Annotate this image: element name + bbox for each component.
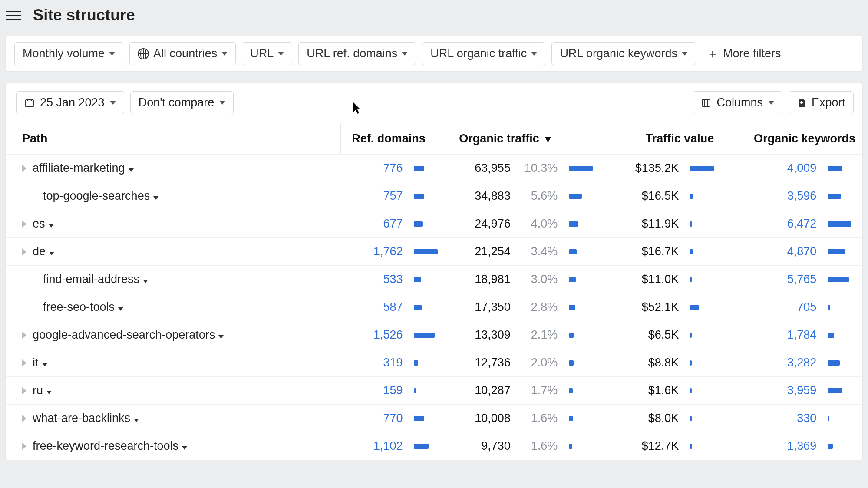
- filter-url-organic-keywords[interactable]: URL organic keywords: [551, 42, 696, 65]
- organic-traffic-pct: 4.0%: [531, 217, 558, 230]
- ref-domains-value[interactable]: 319: [383, 356, 403, 369]
- columns-button[interactable]: Columns: [693, 91, 782, 114]
- organic-keywords-value[interactable]: 4,870: [787, 245, 817, 258]
- chevron-down-icon[interactable]: [134, 419, 139, 422]
- filter-url[interactable]: URL: [242, 42, 292, 65]
- export-button[interactable]: Export: [789, 91, 854, 114]
- expand-toggle[interactable]: [20, 386, 29, 396]
- expand-toggle[interactable]: [20, 219, 29, 229]
- ref-domains-value[interactable]: 1,102: [373, 439, 403, 452]
- menu-icon[interactable]: [6, 9, 21, 21]
- path-cell[interactable]: what-are-backlinks: [6, 405, 341, 432]
- compare-dropdown[interactable]: Don't compare: [130, 91, 234, 114]
- organic-keywords-value[interactable]: 3,959: [787, 384, 817, 397]
- organic-keywords-value[interactable]: 3,596: [787, 189, 817, 202]
- col-path-label: Path: [22, 132, 48, 145]
- organic-traffic-pct: 1.7%: [531, 384, 558, 397]
- ref-domains-value[interactable]: 533: [383, 273, 403, 286]
- chevron-down-icon[interactable]: [218, 335, 224, 339]
- col-path[interactable]: Path: [6, 123, 341, 155]
- ref-domains-value[interactable]: 757: [383, 189, 403, 202]
- col-organic-keywords[interactable]: Organic keywords: [721, 123, 862, 155]
- ref-domains-value[interactable]: 677: [383, 217, 403, 230]
- chevron-down-icon[interactable]: [129, 168, 134, 172]
- chevron-down-icon[interactable]: [153, 196, 158, 200]
- path-label: google-advanced-search-operators: [33, 328, 215, 341]
- path-cell[interactable]: top-google-searches: [6, 182, 341, 210]
- chevron-down-icon[interactable]: [143, 280, 148, 283]
- ref-domains-value[interactable]: 587: [383, 300, 403, 313]
- traffic-value: $16.7K: [642, 245, 679, 258]
- ref-domains-value[interactable]: 770: [383, 412, 403, 425]
- path-label: free-seo-tools: [43, 300, 115, 313]
- date-picker[interactable]: 25 Jan 2023: [16, 91, 124, 114]
- traffic-value-bar: [690, 305, 699, 310]
- filter-countries[interactable]: All countries: [129, 42, 236, 65]
- path-cell[interactable]: ru: [6, 377, 341, 405]
- expand-toggle[interactable]: [20, 164, 29, 173]
- organic-traffic-pct: 1.6%: [531, 412, 558, 425]
- expand-toggle[interactable]: [20, 330, 29, 340]
- globe-icon: [138, 48, 149, 59]
- organic-keywords-value[interactable]: 6,472: [787, 217, 817, 230]
- chevron-down-icon[interactable]: [182, 446, 187, 450]
- chevron-down-icon[interactable]: [49, 224, 54, 228]
- path-label: ru: [33, 384, 43, 397]
- traffic-value: $1.6K: [648, 384, 679, 397]
- expand-toggle[interactable]: [20, 442, 29, 451]
- path-cell[interactable]: free-keyword-research-tools: [6, 432, 341, 460]
- expand-toggle[interactable]: [20, 358, 29, 368]
- col-ref-domains[interactable]: Ref. domains: [341, 123, 449, 155]
- organic-traffic-bar: [569, 194, 582, 199]
- path-cell[interactable]: free-seo-tools: [6, 293, 341, 321]
- chevron-right-icon: [22, 387, 26, 394]
- filter-monthly-volume[interactable]: Monthly volume: [14, 42, 123, 65]
- chevron-down-icon[interactable]: [49, 252, 54, 255]
- col-traffic-value[interactable]: Traffic value: [600, 123, 721, 155]
- path-cell[interactable]: it: [6, 349, 341, 377]
- ref-domains-value[interactable]: 1,762: [373, 245, 403, 258]
- organic-keywords-value[interactable]: 4,009: [787, 162, 817, 175]
- ref-domains-value[interactable]: 159: [383, 384, 403, 397]
- svg-rect-0: [26, 100, 33, 107]
- path-cell[interactable]: google-advanced-search-operators: [6, 321, 341, 349]
- organic-keywords-bar: [828, 166, 842, 171]
- ref-domains-bar: [414, 277, 421, 282]
- organic-keywords-bar: [828, 221, 851, 227]
- organic-traffic-value: 24,976: [475, 217, 511, 230]
- chevron-down-icon[interactable]: [118, 307, 123, 311]
- ref-domains-value[interactable]: 1,526: [373, 328, 403, 341]
- chevron-down-icon: [682, 52, 688, 56]
- organic-keywords-value[interactable]: 1,784: [787, 328, 817, 341]
- filter-url-ref-domains[interactable]: URL ref. domains: [298, 42, 416, 65]
- filter-url-organic-traffic[interactable]: URL organic traffic: [422, 42, 545, 65]
- col-organic-traffic[interactable]: Organic traffic: [449, 123, 600, 155]
- ref-domains-value[interactable]: 776: [383, 162, 403, 175]
- calendar-icon: [24, 98, 35, 108]
- organic-traffic-bar: [569, 221, 578, 227]
- filter-monthly-volume-label: Monthly volume: [23, 47, 105, 60]
- organic-traffic-bar: [569, 444, 572, 449]
- organic-traffic-bar: [569, 166, 593, 171]
- organic-keywords-value[interactable]: 5,765: [787, 273, 817, 286]
- chevron-down-icon[interactable]: [42, 363, 47, 366]
- chevron-down-icon[interactable]: [46, 391, 52, 394]
- path-cell[interactable]: es: [6, 210, 341, 238]
- organic-keywords-value[interactable]: 3,282: [787, 356, 817, 369]
- traffic-value-bar: [690, 249, 693, 254]
- chevron-down-icon: [109, 52, 115, 56]
- sort-desc-icon: [545, 132, 551, 145]
- organic-keywords-value[interactable]: 1,369: [787, 439, 817, 452]
- expand-toggle[interactable]: [20, 414, 29, 423]
- more-filters-button[interactable]: ＋ More filters: [702, 43, 784, 65]
- organic-keywords-bar: [828, 333, 834, 338]
- path-cell[interactable]: find-email-address: [6, 266, 341, 293]
- col-traffic-value-label: Traffic value: [646, 132, 714, 145]
- organic-keywords-value[interactable]: 330: [797, 412, 816, 425]
- traffic-value-bar: [690, 360, 692, 366]
- path-cell[interactable]: affiliate-marketing: [6, 155, 341, 182]
- path-cell[interactable]: de: [6, 238, 341, 266]
- chevron-down-icon: [110, 101, 116, 105]
- organic-keywords-value[interactable]: 705: [797, 300, 816, 313]
- expand-toggle[interactable]: [20, 247, 29, 257]
